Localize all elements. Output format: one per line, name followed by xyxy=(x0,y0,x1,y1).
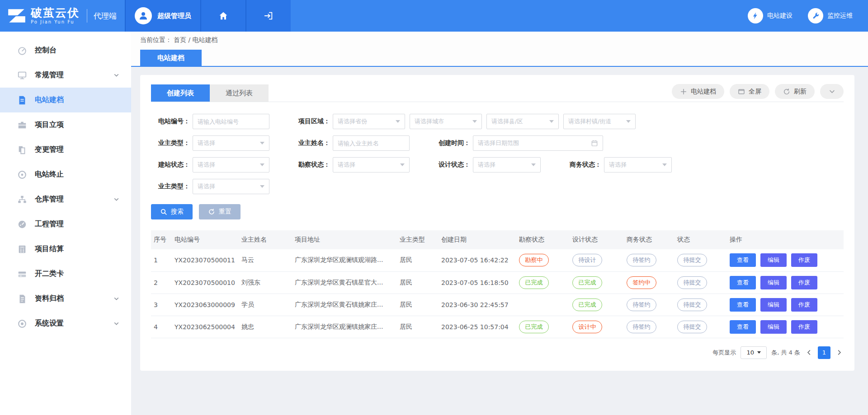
business-status-badge-cell: 待签约 xyxy=(624,294,675,316)
add-station-label: 电站建档 xyxy=(691,88,716,96)
row-index: 4 xyxy=(151,316,172,338)
col-index: 序号 xyxy=(151,230,172,249)
owner-name-input[interactable] xyxy=(333,135,410,151)
void-button[interactable]: 作废 xyxy=(791,298,817,312)
sidebar-item-station-termination[interactable]: 电站终止 xyxy=(0,162,131,187)
nav-station-build[interactable]: 电站建设 xyxy=(748,0,793,32)
sitemap-icon xyxy=(17,195,27,205)
nav-monitor-ops[interactable]: 监控运维 xyxy=(808,0,853,32)
sidebar-item-system-settings[interactable]: 系统设置 xyxy=(0,311,131,336)
page-size-select[interactable]: 10 xyxy=(741,346,767,359)
station-no: YX2023070500010 xyxy=(172,271,239,294)
calendar-icon xyxy=(591,140,598,147)
sidebar-item-console[interactable]: 控制台 xyxy=(0,38,131,63)
void-button[interactable]: 作废 xyxy=(791,320,817,334)
void-button[interactable]: 作废 xyxy=(791,276,817,289)
owner-type: 居民 xyxy=(397,249,439,271)
collapse-toolbar-button[interactable] xyxy=(820,84,844,99)
project-address: 广东深圳龙华区观澜镇姚家庄... xyxy=(292,316,397,338)
header-spacer xyxy=(291,0,748,32)
sidebar-item-engineering-mgmt[interactable]: 工程管理 xyxy=(0,212,131,237)
survey-status-select[interactable]: 请选择 xyxy=(333,157,410,173)
sidebar-item-change-mgmt[interactable]: 变更管理 xyxy=(0,137,131,162)
plus-icon xyxy=(680,88,687,95)
edit-button[interactable]: 编辑 xyxy=(760,298,787,312)
table-row: 1YX2023070500011马云广东深圳龙华区观澜镇观湖路...居民2023… xyxy=(151,249,844,271)
sidebar-item-project-settlement[interactable]: 项目结算 xyxy=(0,237,131,261)
tab-create-list[interactable]: 创建列表 xyxy=(151,84,210,102)
date-range-input[interactable]: 请选择日期范围 xyxy=(473,135,603,151)
sidebar-item-data-archive[interactable]: 资料归档 xyxy=(0,286,131,311)
town-select[interactable]: 请选择村镇/街道 xyxy=(563,114,636,129)
prev-page-button[interactable] xyxy=(805,348,813,357)
reset-button[interactable]: 重置 xyxy=(199,204,241,219)
user-menu[interactable]: 超级管理员 xyxy=(125,0,200,32)
status-badge-cell: 待提交 xyxy=(675,316,727,338)
sidebar-item-warehouse-mgmt[interactable]: 仓库管理 xyxy=(0,187,131,212)
owner-type-select[interactable]: 请选择 xyxy=(193,135,269,151)
station-table: 序号 电站编号 业主姓名 项目地址 业主类型 创建日期 勘察状态 设计状态 商务… xyxy=(151,230,844,338)
project-address: 广东深圳龙华区黄石镇星官大... xyxy=(292,271,397,294)
owner-type-label: 业主类型： xyxy=(151,139,190,147)
edit-button[interactable]: 编辑 xyxy=(760,276,787,289)
caret-down-icon xyxy=(757,351,761,354)
business-status-badge-cell: 待签约 xyxy=(624,316,675,338)
fullscreen-button[interactable]: 全屏 xyxy=(730,84,769,99)
province-select[interactable]: 请选择省份 xyxy=(333,114,405,129)
survey-status-label: 勘察状态： xyxy=(291,161,330,169)
business-status-select[interactable]: 请选择 xyxy=(604,157,672,173)
page-1-button[interactable]: 1 xyxy=(818,346,830,359)
caret-down-icon xyxy=(626,120,631,123)
void-button[interactable]: 作废 xyxy=(791,253,817,267)
owner-name: 刘强东 xyxy=(239,271,292,294)
sidebar-item-label: 仓库管理 xyxy=(35,195,64,204)
view-button[interactable]: 查看 xyxy=(730,298,756,312)
table-row: 3YX2023063000009学员广东深圳龙华区黄石镇姚家庄...居民2023… xyxy=(151,294,844,316)
page-tab-station-archive[interactable]: 电站建档 xyxy=(140,50,202,66)
view-button[interactable]: 查看 xyxy=(730,276,756,289)
edit-button[interactable]: 编辑 xyxy=(760,253,787,267)
caret-down-icon xyxy=(549,120,554,123)
search-button[interactable]: 搜索 xyxy=(151,204,193,219)
copy-icon xyxy=(17,145,27,155)
next-page-button[interactable] xyxy=(835,348,844,357)
district-placeholder: 请选择县/区 xyxy=(491,117,523,126)
sidebar-item-general-mgmt[interactable]: 常规管理 xyxy=(0,63,131,88)
add-station-button[interactable]: 电站建档 xyxy=(672,84,724,99)
owner-type2-select[interactable]: 请选择 xyxy=(193,179,269,194)
sidebar-item-type2-card[interactable]: 开二类卡 xyxy=(0,261,131,286)
row-actions: 查看编辑作废 xyxy=(727,316,844,338)
view-button[interactable]: 查看 xyxy=(730,320,756,334)
page-tab-bar: 电站建档 xyxy=(131,49,868,67)
station-no-input[interactable] xyxy=(193,114,269,129)
col-owner-name: 业主姓名 xyxy=(239,230,292,249)
survey-status-badge-cell xyxy=(516,294,570,316)
table-row: 4YX2023062500004姚忠广东深圳龙华区观澜镇姚家庄...居民2023… xyxy=(151,316,844,338)
design-status-select[interactable]: 请选择 xyxy=(473,157,541,173)
sidebar-item-label: 系统设置 xyxy=(35,319,64,328)
view-button[interactable]: 查看 xyxy=(730,253,756,267)
city-select[interactable]: 请选择城市 xyxy=(410,114,482,129)
home-button[interactable] xyxy=(200,0,245,32)
edit-button[interactable]: 编辑 xyxy=(760,320,787,334)
row-index: 1 xyxy=(151,249,172,271)
chevron-down-icon xyxy=(113,72,119,78)
logout-button[interactable] xyxy=(245,0,291,32)
sidebar-item-project-initiation[interactable]: 项目立项 xyxy=(0,112,131,137)
sidebar-item-station-archive[interactable]: 电站建档 xyxy=(0,88,131,112)
create-time-label: 创建时间： xyxy=(431,139,470,147)
caret-down-icon xyxy=(531,163,536,166)
design-status-label: 设计状态： xyxy=(431,161,470,169)
build-status-select[interactable]: 请选择 xyxy=(193,157,269,173)
status-badge-cell: 待提交 xyxy=(675,294,727,316)
refresh-button[interactable]: 刷新 xyxy=(775,84,815,99)
district-select[interactable]: 请选择县/区 xyxy=(486,114,559,129)
breadcrumb-label: 当前位置： xyxy=(140,36,172,44)
tab-passed-list[interactable]: 通过列表 xyxy=(210,84,269,102)
owner-name: 马云 xyxy=(239,249,292,271)
total-count-text: 条, 共 4 条 xyxy=(771,349,800,357)
search-icon xyxy=(160,208,167,215)
user-icon xyxy=(137,10,149,22)
brand-divider xyxy=(87,9,87,23)
row-actions: 查看编辑作废 xyxy=(727,271,844,294)
